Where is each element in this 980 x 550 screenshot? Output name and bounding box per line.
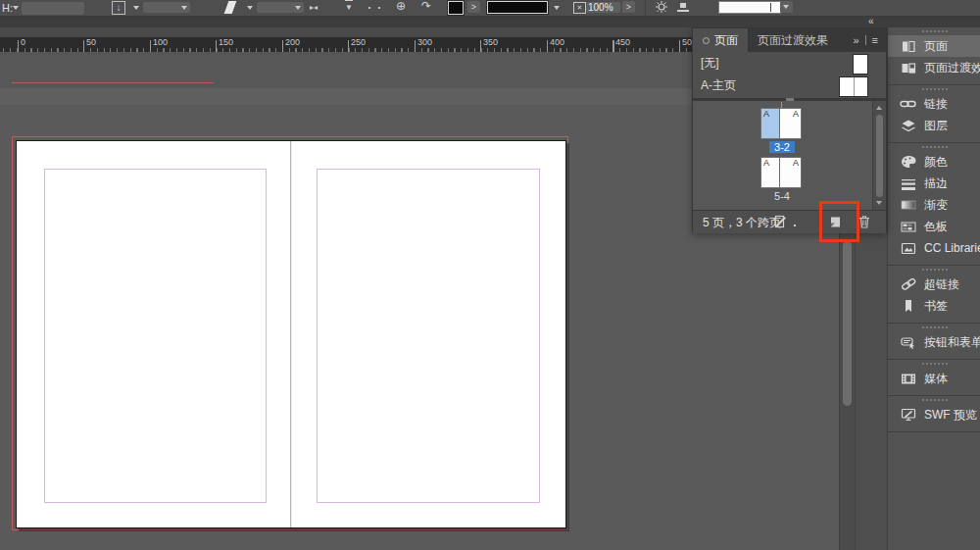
chevron-down-icon[interactable] xyxy=(247,6,253,10)
toolbar-divider xyxy=(645,1,646,15)
sidebar-item-gradient[interactable]: 渐变 xyxy=(888,194,980,216)
sidebar-item-media[interactable]: 媒体 xyxy=(888,368,980,389)
tab-pages-label: 页面 xyxy=(714,32,738,49)
scrollbar-thumb[interactable] xyxy=(843,241,852,406)
chevron-down-icon xyxy=(181,6,187,10)
sidebar-item-label: 链接 xyxy=(924,96,948,113)
flip-vertical-icon[interactable]: ▼ xyxy=(345,0,353,14)
master-letter: A xyxy=(793,158,799,168)
dock-group-swf-preview: SWF 预览 xyxy=(888,396,980,432)
document-spread[interactable] xyxy=(16,140,566,528)
sidebar-item-color[interactable]: 颜色 xyxy=(888,151,980,173)
master-item-a[interactable]: A-主页 xyxy=(693,75,886,97)
fill-swatch-spinner-button[interactable]: > xyxy=(467,1,480,13)
document-vertical-scrollbar[interactable] xyxy=(839,231,855,550)
dock-empty-space xyxy=(888,432,980,550)
page-count-status: 5 页，3 个跨页 xyxy=(703,215,781,231)
pages-panel-tab-bar: 页面 页面过渡效果 » ≡ xyxy=(693,28,886,52)
page-thumbnail[interactable]: A xyxy=(780,157,802,188)
panel-dock: 页面 页面过渡效果 链接 图层 xyxy=(887,27,980,550)
tab-overflow-icon[interactable]: » xyxy=(853,34,858,46)
panel-tab-controls: » ≡ xyxy=(853,28,886,52)
preset-dropdown[interactable] xyxy=(143,2,190,13)
page-thumbnail[interactable]: A xyxy=(760,157,780,188)
chevron-down-icon[interactable] xyxy=(554,6,560,10)
spread-thumbnail-2-3[interactable]: A A xyxy=(760,108,802,139)
ruler-label: 300 xyxy=(417,37,432,47)
scroll-up-icon[interactable] xyxy=(876,106,882,110)
ruler-label: 50 xyxy=(86,37,96,47)
object-effects-icon[interactable] xyxy=(676,2,690,14)
sidebar-item-pages[interactable]: 页面 xyxy=(888,35,980,57)
color-palette-icon xyxy=(900,154,916,170)
swatches-icon xyxy=(900,219,916,234)
scroll-down-icon[interactable] xyxy=(876,201,882,205)
bookmarks-icon xyxy=(900,298,916,314)
sidebar-item-swatches[interactable]: 色板 xyxy=(888,216,980,237)
hyperlinks-icon xyxy=(900,276,916,292)
master-a-thumbnail[interactable] xyxy=(839,76,868,97)
stroke-color-swatch[interactable] xyxy=(487,1,548,14)
page-thumbnail-selected[interactable]: A xyxy=(760,108,780,139)
tab-page-transitions[interactable]: 页面过渡效果 xyxy=(748,28,838,52)
sidebar-item-label: 色板 xyxy=(924,219,948,235)
ruler-label: 350 xyxy=(483,37,498,47)
sidebar-item-stroke[interactable]: 描边 xyxy=(888,173,980,194)
ruler-label: 400 xyxy=(550,37,564,47)
collapse-panels-button[interactable]: « xyxy=(868,16,875,26)
master-none-thumbnail[interactable] xyxy=(853,54,868,75)
sidebar-item-label: 页面 xyxy=(924,38,948,55)
delete-page-button[interactable] xyxy=(856,214,873,230)
panel-menu-icon[interactable]: ≡ xyxy=(872,34,878,46)
sidebar-item-page-transitions[interactable]: 页面过渡效果 xyxy=(888,57,980,78)
dock-group-pages: 页面 页面过渡效果 xyxy=(888,27,980,85)
sidebar-item-links[interactable]: 链接 xyxy=(888,93,980,115)
style-dropdown-button[interactable] xyxy=(780,1,793,13)
style-search-input[interactable] xyxy=(718,1,781,14)
page-transitions-icon xyxy=(900,60,916,75)
scrollbar-thumb[interactable] xyxy=(876,115,883,197)
sidebar-item-swf-preview[interactable]: SWF 预览 xyxy=(888,404,980,425)
pages-list: A A 3-2 A A 5-4 xyxy=(693,101,886,210)
insert-pages-icon[interactable]: ↓ xyxy=(112,1,125,15)
new-page-button[interactable] xyxy=(826,214,844,230)
tint-field[interactable]: 100% xyxy=(586,2,620,13)
links-icon xyxy=(900,96,916,112)
height-field[interactable] xyxy=(22,2,84,15)
sidebar-item-label: 图层 xyxy=(924,118,948,134)
margin-guides-right-page xyxy=(317,169,540,503)
fill-color-swatch[interactable] xyxy=(448,1,464,15)
page-thumbnail[interactable]: A xyxy=(780,108,802,139)
tab-pages[interactable]: 页面 xyxy=(693,28,748,52)
sidebar-item-hyperlinks[interactable]: 超链接 xyxy=(888,274,980,295)
spread-label-selected[interactable]: 3-2 xyxy=(760,141,804,153)
pages-list-scrollbar[interactable] xyxy=(872,101,886,210)
sidebar-item-bookmarks[interactable]: 书签 xyxy=(888,295,980,317)
apply-to-container-icon[interactable]: ✕ xyxy=(573,2,586,14)
sidebar-item-label: 页面过渡效果 xyxy=(924,60,980,76)
spread-label[interactable]: 5-4 xyxy=(760,190,804,202)
chevron-down-icon[interactable] xyxy=(133,6,139,10)
drop-shadow-effect-icon[interactable] xyxy=(655,1,668,14)
tint-spinner-button[interactable]: > xyxy=(622,1,635,13)
edit-page-size-button[interactable] xyxy=(771,214,789,230)
reference-point-icon[interactable]: ⊕ xyxy=(396,0,406,13)
sidebar-item-label: 超链接 xyxy=(924,276,959,293)
dock-group-media: 媒体 xyxy=(888,360,980,396)
flip-horizontal-icon[interactable]: ▸◂ xyxy=(310,1,318,14)
text-caret xyxy=(770,3,771,12)
cc-libraries-icon xyxy=(900,240,916,256)
master-item-none[interactable]: [无] xyxy=(693,52,886,75)
sidebar-item-buttons-and-forms[interactable]: 按钮和表单 xyxy=(888,331,980,353)
rotate-icon[interactable]: ↷ xyxy=(421,0,431,13)
master-a-left-page xyxy=(840,77,855,96)
stroke-type-dropdown[interactable] xyxy=(257,2,304,13)
sidebar-item-layers[interactable]: 图层 xyxy=(888,115,980,136)
spread-thumbnail-4-5[interactable]: A A xyxy=(760,157,802,188)
chevron-down-icon[interactable] xyxy=(13,6,19,10)
sidebar-item-label: 描边 xyxy=(924,175,948,192)
ruler-label: 250 xyxy=(351,37,366,47)
app-frame-strip: « xyxy=(0,17,980,27)
swf-preview-icon xyxy=(900,407,916,423)
sidebar-item-cc-libraries[interactable]: CC Libraries xyxy=(888,237,980,259)
